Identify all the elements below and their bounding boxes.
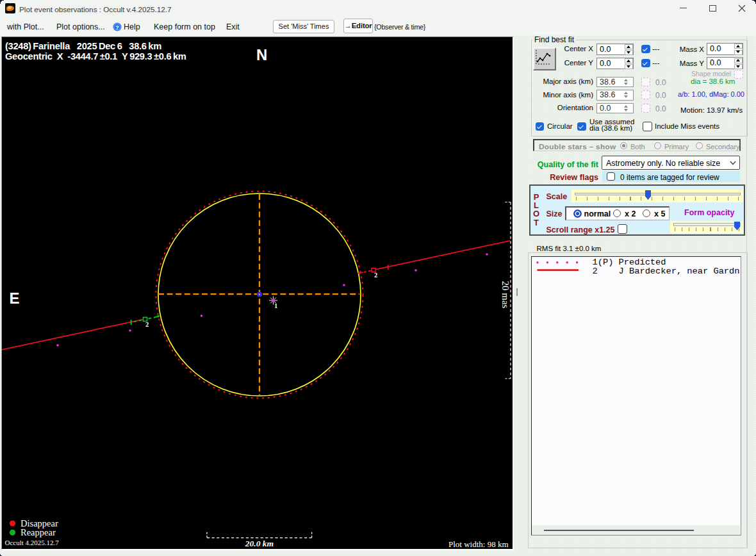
svg-text:1: 1: [274, 302, 277, 309]
svg-text:E: E: [10, 290, 20, 307]
svg-text:Plot width: 98 km: Plot width: 98 km: [448, 539, 509, 549]
svg-text:(3248) Farinella 2025 Dec 6: (3248) Farinella 2025 Dec 6 38.6 km: [5, 41, 161, 51]
svg-text:20 mas: 20 mas: [500, 281, 511, 309]
svg-text:2: 2: [145, 321, 149, 328]
svg-text:20.0 km: 20.0 km: [245, 539, 274, 548]
svg-text:Occult 4.2025.12.7: Occult 4.2025.12.7: [5, 539, 60, 546]
svg-text:N: N: [256, 46, 267, 63]
svg-text:?: ?: [115, 24, 119, 31]
svg-text:Reappear: Reappear: [21, 527, 56, 537]
svg-text:Geocentric X -3444.7 ±0.1 Y 92: Geocentric X -3444.7 ±0.1 Y 929.3 ±0.6 k…: [5, 51, 186, 61]
svg-text:2: 2: [374, 272, 377, 279]
